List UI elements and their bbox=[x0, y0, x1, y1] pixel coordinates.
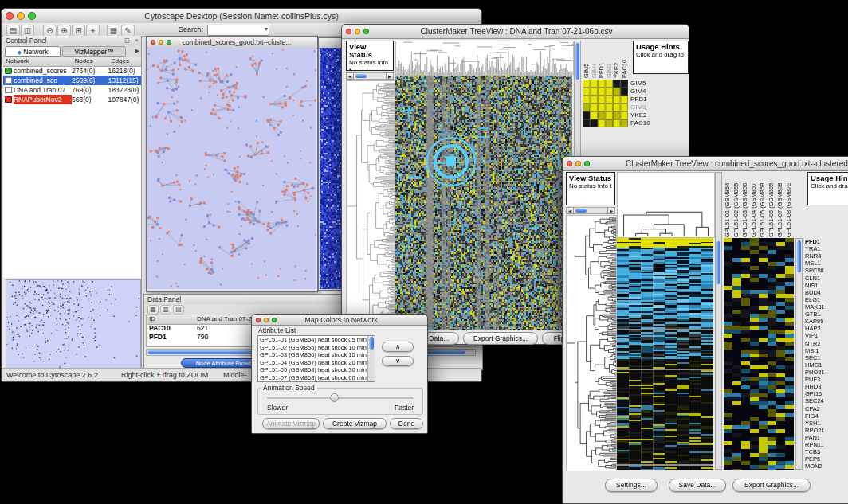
column-label[interactable]: GIM4 bbox=[591, 41, 599, 78]
tab-vizmapper[interactable]: VizMapper™ bbox=[62, 46, 126, 57]
zoom-button[interactable] bbox=[28, 12, 36, 20]
speed-slider-track[interactable] bbox=[267, 397, 414, 399]
gene-label[interactable]: SEC24 bbox=[805, 397, 846, 404]
gene-label[interactable]: RPN11 bbox=[805, 441, 846, 448]
gene-label[interactable]: MAK31 bbox=[805, 303, 846, 311]
gene-label[interactable]: YRA1 bbox=[805, 245, 846, 252]
gene-label[interactable]: PEP5 bbox=[805, 455, 846, 463]
minimize-button[interactable] bbox=[264, 318, 269, 322]
network-row[interactable]: DNA and Tran 07 769(0) 183728(0) bbox=[3, 85, 141, 95]
row-dendrogram-canvas[interactable] bbox=[346, 80, 395, 332]
open-session-icon[interactable]: ▤ bbox=[6, 25, 20, 37]
network-row[interactable]: RNAPuberNov2 563(0) 107847(0) bbox=[3, 95, 141, 104]
scrollbar-thumb[interactable] bbox=[716, 241, 720, 284]
row-dendrogram-canvas[interactable] bbox=[566, 215, 617, 471]
main-titlebar[interactable]: Cytoscape Desktop (Session Name: collins… bbox=[2, 9, 481, 24]
move-down-button[interactable]: ∨ bbox=[382, 356, 414, 366]
row-label[interactable]: GIM3 bbox=[630, 104, 662, 111]
create-vizmap-button[interactable]: Create Vizmap bbox=[323, 418, 387, 429]
gene-label[interactable]: BUD4 bbox=[805, 289, 846, 296]
gene-label[interactable]: MSI1 bbox=[805, 347, 846, 354]
gene-label[interactable]: SEC1 bbox=[805, 354, 846, 361]
network-row-selected[interactable]: combined_sco 2569(6) 13112(15) bbox=[3, 76, 141, 85]
column-label[interactable]: PAC10 bbox=[621, 41, 629, 78]
gene-label[interactable]: KAP95 bbox=[805, 318, 846, 325]
close-button[interactable] bbox=[567, 161, 572, 166]
save-data-button[interactable]: Save Data... bbox=[669, 479, 726, 492]
scrollbar-thumb[interactable] bbox=[575, 43, 579, 80]
tab-overflow-icon[interactable]: ▶ bbox=[135, 48, 139, 54]
minimize-button[interactable] bbox=[159, 40, 163, 45]
column-label[interactable]: GIM5 bbox=[583, 41, 591, 78]
minimize-button[interactable] bbox=[17, 12, 25, 20]
column-dendrogram-canvas[interactable] bbox=[395, 41, 574, 76]
scrollbar-thumb[interactable] bbox=[797, 240, 801, 272]
gene-label[interactable]: GTB1 bbox=[805, 311, 846, 318]
scroll-right-icon[interactable]: ▶ bbox=[386, 72, 394, 80]
gene-label[interactable]: CPA2 bbox=[805, 405, 846, 412]
speed-slider-thumb[interactable] bbox=[330, 393, 339, 402]
column-label[interactable]: GPL51-04 (GSM857 bbox=[750, 172, 759, 237]
gene-label[interactable]: PUF3 bbox=[805, 376, 846, 383]
export-graphics-button[interactable]: Export Graphics... bbox=[463, 332, 538, 345]
close-button[interactable] bbox=[256, 318, 261, 322]
network-canvas[interactable] bbox=[147, 48, 316, 289]
network-overview-thumbnail[interactable] bbox=[6, 279, 141, 370]
gene-label[interactable]: RPO21 bbox=[805, 427, 846, 434]
zoom-fit-icon[interactable]: ⊞ bbox=[72, 25, 85, 37]
gene-label[interactable]: VIP1 bbox=[805, 332, 846, 339]
scrollbar-thumb[interactable] bbox=[355, 74, 367, 78]
gene-label[interactable]: MSL1 bbox=[805, 260, 846, 267]
select-attributes-icon[interactable]: ▦ bbox=[147, 305, 159, 315]
column-label[interactable]: GPL51-02 (GSM855 bbox=[732, 172, 741, 237]
row-label[interactable]: GIM4 bbox=[630, 88, 662, 96]
zoom-vscrollbar[interactable] bbox=[795, 238, 803, 470]
column-label[interactable]: GIM3 bbox=[606, 41, 614, 78]
zoom-button[interactable] bbox=[584, 161, 590, 166]
export-graphics-button[interactable]: Export Graphics... bbox=[732, 479, 811, 492]
row-label[interactable]: YKE2 bbox=[630, 111, 662, 119]
float-panel-icon[interactable]: ◻ bbox=[124, 37, 130, 44]
row-label[interactable]: GIM5 bbox=[630, 80, 662, 88]
gene-label[interactable]: TCB3 bbox=[805, 448, 846, 455]
gene-label[interactable]: YSH1 bbox=[805, 420, 846, 427]
grid-view-icon[interactable]: ▦ bbox=[107, 25, 120, 37]
done-button[interactable]: Done bbox=[390, 418, 423, 429]
listbox-vscrollbar[interactable] bbox=[367, 336, 375, 381]
attribute-item[interactable]: GPL51-01 (GSM854) heat shock 05 min bbox=[258, 336, 367, 344]
global-heatmap-canvas[interactable] bbox=[395, 76, 572, 330]
row-label[interactable]: PAC10 bbox=[630, 119, 662, 127]
treeview-dna-titlebar[interactable]: ClusterMaker TreeView : DNA and Tran 07-… bbox=[342, 25, 689, 39]
zoom-in-icon[interactable]: ⊕ bbox=[57, 25, 71, 37]
close-button[interactable] bbox=[346, 29, 351, 34]
gene-label[interactable]: PFD1 bbox=[805, 238, 846, 245]
search-input[interactable] bbox=[209, 25, 260, 35]
map-colors-titlebar[interactable]: Map Colors to Network bbox=[252, 315, 427, 326]
close-button[interactable] bbox=[151, 40, 155, 45]
annotate-icon[interactable]: ✎ bbox=[121, 25, 135, 37]
gene-label[interactable]: NIS1 bbox=[805, 282, 846, 289]
column-label[interactable]: YKE2 bbox=[613, 41, 621, 78]
table-mode-icon[interactable]: ▥ bbox=[160, 305, 171, 315]
global-heatmap-canvas[interactable] bbox=[617, 238, 713, 470]
treeview-combined-titlebar[interactable]: ClusterMaker TreeView : combined_scores_… bbox=[563, 157, 848, 171]
column-label[interactable]: PFD1 bbox=[598, 41, 606, 78]
close-button[interactable] bbox=[6, 12, 14, 20]
gene-label[interactable]: ELG1 bbox=[805, 296, 846, 303]
scrollbar-thumb[interactable] bbox=[369, 337, 374, 350]
column-label[interactable]: GPL51-03 (GSM856 bbox=[741, 172, 750, 237]
attribute-listbox[interactable]: GPL51-01 (GSM854) heat shock 05 minGPL51… bbox=[257, 335, 375, 382]
attribute-item[interactable]: GPL51-02 (GSM855) heat shock 10 min bbox=[258, 344, 367, 352]
gene-label[interactable]: HRD3 bbox=[805, 383, 846, 390]
gene-label[interactable]: PAN1 bbox=[805, 434, 846, 441]
scroll-left-icon[interactable]: ◀ bbox=[346, 72, 354, 80]
column-label[interactable]: GPL51-07 (GSM868 bbox=[776, 172, 785, 237]
attribute-item[interactable]: GPL51-07 (GSM868) heat shock 60 min bbox=[258, 374, 367, 382]
heatmap-vscrollbar[interactable] bbox=[715, 172, 722, 470]
scroll-left-icon[interactable]: ◀ bbox=[566, 207, 574, 214]
scroll-right-icon[interactable]: ▶ bbox=[607, 207, 615, 214]
close-panel-icon[interactable]: × bbox=[135, 37, 139, 44]
zoom-button[interactable] bbox=[272, 318, 277, 322]
gene-label[interactable]: PHO81 bbox=[805, 369, 846, 376]
column-label[interactable]: GPL51-06 (GSM865 bbox=[768, 172, 776, 237]
